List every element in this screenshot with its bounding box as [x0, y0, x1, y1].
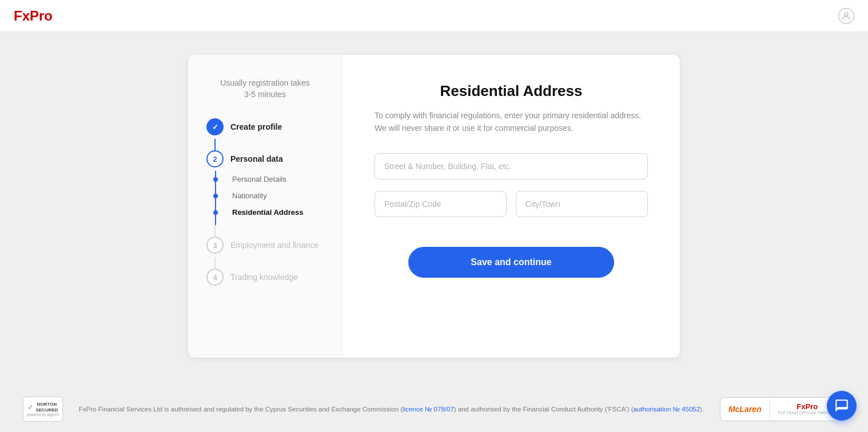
step1-label: Create profile	[230, 122, 282, 131]
step2-circle: 2	[206, 150, 224, 167]
substep-nationality: Nationality	[232, 187, 324, 204]
step4-circle: 4	[206, 269, 224, 286]
user-account-icon[interactable]	[838, 8, 854, 24]
postal-city-row	[375, 191, 648, 217]
sidebar-tagline: Usually registration takes3-5 minutes	[206, 78, 324, 100]
step3-label: Employment and finance	[230, 241, 318, 250]
city-input[interactable]	[516, 191, 648, 217]
postal-input[interactable]	[375, 191, 507, 217]
chat-button[interactable]	[827, 391, 857, 421]
step4-label: Trading knowledge	[230, 273, 298, 282]
substep-residential-label: Residential Address	[232, 208, 304, 217]
norton-powered-text: powered by digicert	[27, 413, 59, 417]
panel-description: To comply with financial regulations, en…	[375, 109, 648, 135]
steps-list: ✓ Create profile 2 Personal data Persona…	[206, 118, 324, 289]
step-personal-data: 2 Personal data Personal Details Nationa…	[206, 150, 324, 225]
main-content: Usually registration takes3-5 minutes ✓ …	[0, 32, 868, 386]
connector-3-4	[214, 257, 216, 269]
norton-badge-container: ✓ NORTONSECURED powered by digicert	[23, 397, 63, 422]
step2-label: Personal data	[230, 154, 283, 163]
substep-nationality-label: Nationality	[232, 191, 267, 200]
norton-secured-text: NORTONSECURED	[35, 402, 58, 413]
header: FxPro	[0, 0, 868, 32]
norton-badge: ✓ NORTONSECURED powered by digicert	[23, 397, 63, 422]
logo: FxPro	[14, 8, 53, 24]
logo-pro: Pro	[30, 8, 53, 23]
svg-point-0	[845, 13, 848, 16]
fxpro-partner-text: FxPro	[797, 402, 818, 411]
connector-1-2	[214, 139, 216, 150]
licence-link[interactable]: licence № 078/07	[403, 406, 454, 413]
mclaren-logo: McLaren	[720, 400, 770, 418]
step-trading: 4 Trading knowledge	[206, 269, 324, 289]
substep-residential-address: Residential Address	[232, 204, 324, 221]
sidebar: Usually registration takes3-5 minutes ✓ …	[188, 55, 343, 358]
authorisation-link[interactable]: authorisation № 45052	[634, 406, 700, 413]
substep-personal-details: Personal Details	[232, 171, 324, 187]
partner-badge: McLaren FxPro F1® TEAM OFFICIAL PARTNER	[720, 397, 845, 421]
norton-check-icon: ✓	[27, 403, 34, 411]
step1-circle: ✓	[206, 118, 224, 135]
footer-legal-text: FxPro Financial Services Ltd is authoris…	[74, 406, 708, 413]
registration-card: Usually registration takes3-5 minutes ✓ …	[188, 55, 680, 358]
save-continue-button[interactable]: Save and continue	[408, 247, 614, 278]
step-employment: 3 Employment and finance	[206, 237, 324, 257]
panel-title: Residential Address	[375, 82, 648, 100]
form-panel: Residential Address To comply with finan…	[343, 55, 680, 358]
step-create-profile: ✓ Create profile	[206, 118, 324, 139]
logo-fx: Fx	[14, 8, 30, 23]
street-field-group	[375, 153, 648, 179]
connector-2-3	[214, 225, 216, 237]
substeps-list: Personal Details Nationality Residential…	[215, 171, 324, 225]
street-input[interactable]	[375, 153, 648, 179]
footer: ✓ NORTONSECURED powered by digicert FxPr…	[0, 386, 868, 432]
substep-personal-details-label: Personal Details	[232, 175, 286, 183]
step3-circle: 3	[206, 237, 224, 254]
